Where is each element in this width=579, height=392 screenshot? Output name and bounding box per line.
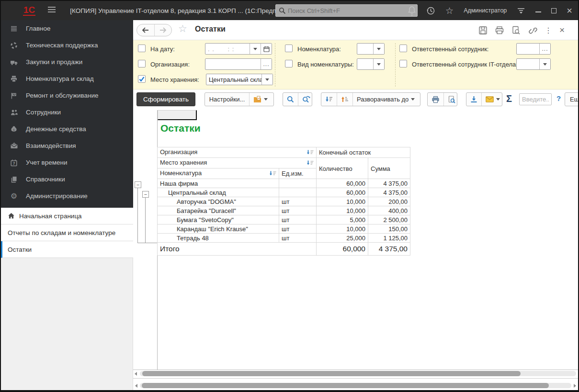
org-choose-button[interactable]: ... bbox=[261, 59, 272, 69]
table-row[interactable]: Карандаш "Erich Krause"шт10,000150,00 bbox=[158, 224, 410, 234]
print-preview-icon[interactable] bbox=[511, 26, 521, 35]
group-expander-level2[interactable]: − bbox=[142, 191, 149, 198]
main-area: ☆ Остатки ⋮ × На дату: . . : : bbox=[133, 20, 578, 391]
nom-kind-dropdown-button[interactable] bbox=[373, 59, 384, 69]
service-menu-icon[interactable] bbox=[517, 7, 525, 14]
expand-to-button[interactable]: Разворачивать до bbox=[352, 93, 419, 106]
sidebar-item-employees[interactable]: Сотрудники bbox=[1, 104, 133, 121]
table-row[interactable]: Тетрадь 48шт25,0001 125,00 bbox=[158, 234, 410, 243]
settings-group: Настройки... bbox=[204, 92, 274, 106]
table-row[interactable]: Батарейка "Duracell"шт10,000400,00 bbox=[158, 206, 410, 215]
sort-icon[interactable] bbox=[307, 150, 314, 157]
help-button[interactable]: ? bbox=[556, 94, 561, 102]
forward-button[interactable] bbox=[154, 24, 171, 36]
scroll-thumb[interactable] bbox=[142, 383, 549, 388]
form-h-scrollbar[interactable] bbox=[135, 383, 576, 389]
print-icon[interactable] bbox=[495, 26, 504, 35]
history-icon[interactable] bbox=[426, 6, 435, 15]
table-total-row[interactable]: Итого60,0004 375,00 bbox=[158, 243, 410, 256]
responsible-it-dropdown-button[interactable] bbox=[539, 59, 550, 69]
sidebar-label: Администрирование bbox=[26, 192, 88, 200]
global-search[interactable] bbox=[275, 4, 418, 17]
save-icon[interactable] bbox=[478, 26, 488, 35]
settings-button[interactable]: Настройки... bbox=[205, 93, 249, 106]
send-mail-button[interactable] bbox=[481, 93, 504, 106]
close-window-button[interactable]: × bbox=[567, 5, 572, 16]
selected-cell[interactable] bbox=[158, 110, 197, 120]
table-row[interactable]: Центральный склад60,0004 375,00 bbox=[158, 188, 410, 197]
sidebar-item-tech-support[interactable]: Техническая поддержка bbox=[1, 37, 133, 54]
sort-ascending-button[interactable] bbox=[337, 93, 352, 106]
group-expander-level1[interactable]: − bbox=[135, 181, 141, 188]
table-row[interactable]: Авторучка "DOGMA"шт10,000200,00 bbox=[158, 197, 410, 206]
maximize-button[interactable] bbox=[551, 8, 556, 13]
sidebar-item-main[interactable]: Главное bbox=[1, 20, 133, 37]
report-table[interactable]: Организация Конечный остаток Место хране… bbox=[157, 147, 410, 256]
nomenclature-filter-checkbox[interactable] bbox=[285, 45, 293, 52]
storage-filter-checkbox[interactable] bbox=[138, 75, 146, 83]
sidebar-item-administration[interactable]: ⚙ Администрирование bbox=[1, 188, 133, 204]
tab-warehouse-reports[interactable]: Отчеты по складам и номенклатуре bbox=[1, 224, 133, 241]
sidebar-item-interactions[interactable]: Взаимодействия bbox=[1, 137, 133, 154]
sort-icon[interactable] bbox=[307, 160, 314, 168]
table-row[interactable]: Наша фирма60,0004 375,00 bbox=[158, 179, 410, 188]
nom-kind-field[interactable] bbox=[357, 58, 385, 70]
sidebar-label: Справочники bbox=[26, 176, 65, 183]
minimize-button[interactable] bbox=[535, 9, 541, 12]
storage-dropdown-button[interactable] bbox=[261, 74, 272, 85]
responsible-it-field[interactable] bbox=[516, 58, 551, 70]
nomenclature-field[interactable] bbox=[357, 43, 385, 55]
scroll-left-arrow[interactable] bbox=[135, 372, 137, 376]
notifications-bell-icon[interactable] bbox=[408, 6, 416, 16]
sort-icon[interactable] bbox=[269, 171, 276, 178]
generate-button[interactable]: Сформировать bbox=[136, 92, 195, 106]
org-filter-checkbox[interactable] bbox=[138, 60, 146, 67]
report-h-scrollbar[interactable] bbox=[134, 371, 577, 377]
tab-home-page[interactable]: Начальная страница bbox=[1, 208, 133, 224]
print-button[interactable] bbox=[428, 93, 443, 106]
save-file-button[interactable] bbox=[466, 93, 481, 106]
sidebar-item-purchases-sales[interactable]: Закупки и продажи bbox=[1, 54, 133, 70]
find-next-button[interactable] bbox=[298, 93, 314, 106]
more-actions-icon[interactable]: ⋮ bbox=[545, 26, 552, 35]
sum-value-input[interactable] bbox=[519, 93, 552, 105]
close-form-icon[interactable]: × bbox=[559, 25, 565, 35]
storage-field[interactable]: Центральный склад bbox=[206, 74, 273, 85]
sidebar-item-nomenclature-warehouse[interactable]: Номенклатура и склад bbox=[1, 70, 133, 87]
add-favorite-star-icon[interactable]: ☆ bbox=[178, 23, 187, 34]
sort-descending-button[interactable] bbox=[321, 93, 337, 106]
scroll-thumb[interactable] bbox=[142, 371, 521, 376]
find-button[interactable] bbox=[283, 93, 298, 106]
autosum-button[interactable]: Σ bbox=[506, 93, 512, 104]
tab-ostatki[interactable]: Остатки bbox=[1, 241, 133, 258]
sidebar-item-time-tracking[interactable]: 7 Учет времени bbox=[1, 154, 133, 171]
table-row[interactable]: Бумага "SvetoCopy"шт5,0002 500,00 bbox=[158, 215, 410, 224]
scroll-left-arrow[interactable] bbox=[135, 384, 137, 388]
nom-kind-filter-checkbox[interactable] bbox=[285, 60, 293, 67]
get-link-icon[interactable] bbox=[528, 26, 537, 35]
date-dropdown-button[interactable] bbox=[250, 44, 261, 54]
scroll-track[interactable] bbox=[140, 383, 571, 388]
more-button[interactable]: Еще bbox=[565, 92, 578, 106]
sidebar-item-repair-service[interactable]: Ремонт и обслуживание bbox=[1, 87, 133, 104]
main-menu-icon[interactable] bbox=[47, 6, 57, 15]
sidebar-item-catalogs[interactable]: Справочники bbox=[1, 171, 133, 188]
current-user[interactable]: Администратор bbox=[464, 7, 507, 14]
responsible-it-filter-checkbox[interactable] bbox=[399, 60, 407, 67]
nomenclature-dropdown-button[interactable] bbox=[373, 44, 384, 54]
date-filter-checkbox[interactable] bbox=[138, 45, 146, 52]
report-variants-button[interactable] bbox=[249, 93, 272, 106]
org-field[interactable]: ... bbox=[205, 58, 272, 70]
responsible-filter-checkbox[interactable] bbox=[399, 45, 407, 52]
scroll-right-arrow[interactable] bbox=[574, 384, 576, 388]
sidebar-item-money[interactable]: s Денежные средства bbox=[1, 121, 133, 137]
favorites-star-icon[interactable]: ☆ bbox=[445, 5, 454, 16]
scroll-track[interactable] bbox=[140, 371, 576, 376]
calendar-picker-button[interactable] bbox=[261, 44, 272, 54]
responsible-field[interactable]: ... bbox=[516, 43, 551, 55]
responsible-choose-button[interactable]: ... bbox=[539, 44, 550, 54]
preview-button[interactable] bbox=[443, 93, 459, 106]
back-button[interactable] bbox=[137, 24, 154, 36]
search-input[interactable] bbox=[288, 7, 403, 14]
date-field[interactable]: . . : : bbox=[205, 43, 272, 55]
